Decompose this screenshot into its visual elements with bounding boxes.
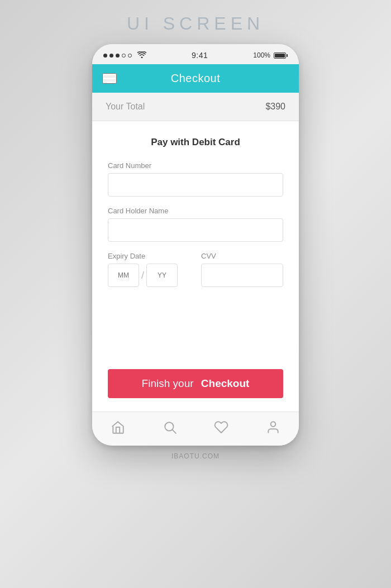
expiry-yy-input[interactable]	[146, 264, 178, 287]
hamburger-line-2	[103, 78, 116, 79]
card-number-label: Card Number	[108, 161, 283, 170]
card-number-group: Card Number	[108, 161, 283, 197]
hamburger-line-3	[103, 82, 116, 83]
card-number-input[interactable]	[108, 173, 283, 197]
expiry-label: Expiry Date	[108, 252, 190, 260]
search-icon	[163, 420, 177, 434]
signal-dot-4	[122, 54, 126, 58]
total-bar: Your Total $390	[92, 93, 299, 121]
home-icon	[111, 420, 125, 434]
hamburger-line-1	[103, 74, 116, 76]
signal-dot-2	[109, 54, 113, 58]
expiry-group: Expiry Date /	[108, 252, 190, 287]
total-value: $390	[265, 102, 285, 112]
finish-light-text: Finish your	[142, 377, 194, 390]
battery-percentage: 100%	[253, 51, 270, 59]
finish-checkout-button[interactable]: Finish your Checkout	[108, 369, 283, 398]
card-holder-label: Card Holder Name	[108, 207, 283, 215]
signal-dot-3	[116, 54, 120, 58]
card-holder-group: Card Holder Name	[108, 207, 283, 242]
status-bar: 9:41 100%	[92, 44, 299, 64]
nav-item-home[interactable]	[102, 418, 134, 437]
finish-bold-text: Checkout	[201, 377, 250, 390]
bottom-nav	[92, 412, 299, 446]
cvv-group: CVV	[201, 252, 283, 287]
battery-status: 100%	[253, 51, 288, 59]
menu-button[interactable]	[102, 73, 117, 84]
footer-text: IBAOTU.COM	[171, 452, 220, 460]
card-holder-input[interactable]	[108, 218, 283, 242]
header-title: Checkout	[171, 72, 221, 85]
cvv-label: CVV	[201, 252, 283, 260]
user-icon	[266, 420, 280, 434]
heart-icon	[214, 420, 228, 434]
total-label: Your Total	[106, 102, 145, 112]
expiry-cvv-row: Expiry Date / CVV	[108, 252, 283, 287]
signal-dot-1	[103, 54, 107, 58]
page-title: UI SCREEN	[127, 13, 264, 34]
battery-icon	[273, 52, 288, 59]
nav-item-search[interactable]	[154, 418, 186, 437]
expiry-separator: /	[141, 270, 144, 281]
card-form-section: Pay with Debit Card Card Number Card Hol…	[92, 121, 299, 412]
wifi-icon	[137, 51, 146, 60]
expiry-fields: /	[108, 264, 190, 287]
finish-btn-container: Finish your Checkout	[108, 369, 283, 398]
signal-dots	[103, 51, 146, 60]
card-form-title: Pay with Debit Card	[108, 137, 283, 148]
phone-frame: 9:41 100% Checkout Your Total $390 Pay w…	[92, 44, 299, 446]
nav-item-profile[interactable]	[257, 418, 289, 437]
nav-item-favorites[interactable]	[205, 418, 237, 437]
app-header: Checkout	[92, 64, 299, 93]
signal-dot-5	[128, 54, 132, 58]
svg-line-1	[173, 430, 176, 433]
status-time: 9:41	[192, 51, 208, 60]
svg-point-2	[270, 422, 275, 427]
expiry-mm-input[interactable]	[108, 264, 139, 287]
cvv-input[interactable]	[201, 264, 283, 287]
